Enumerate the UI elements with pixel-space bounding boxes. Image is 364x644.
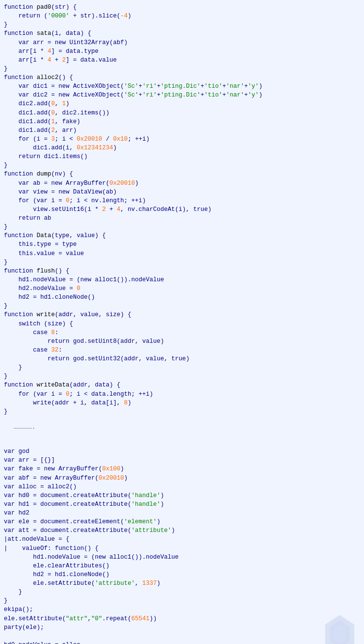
code-viewer: function pad0(str) { return ('0000' + st…: [4, 3, 360, 416]
code-block-2: var god var arr = [{}] var fake = new Ar…: [4, 438, 360, 644]
watermark-logo: [320, 612, 359, 644]
ellipsis: …………….: [14, 423, 360, 432]
